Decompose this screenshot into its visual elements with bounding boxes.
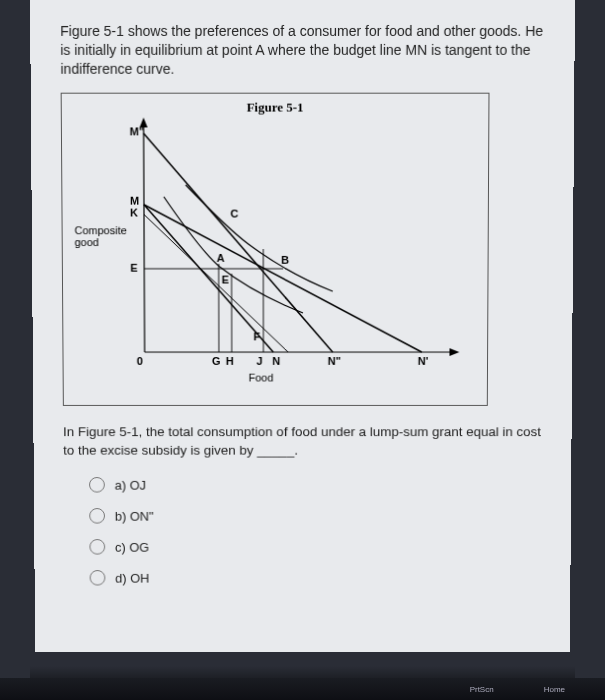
question-text: In Figure 5-1, the total consumption of … — [63, 423, 542, 460]
figure-container: Figure 5-1 — [61, 92, 490, 405]
option-b-label: b) ON" — [115, 509, 154, 524]
page-shadow — [30, 666, 575, 678]
option-c-label: c) OG — [115, 540, 149, 555]
keyboard-strip: PrtScn Home — [0, 678, 605, 700]
label-B: B — [281, 254, 289, 266]
option-d[interactable]: d) OH — [90, 570, 541, 585]
option-a-label: a) OJ — [115, 478, 146, 493]
option-c[interactable]: c) OG — [89, 540, 541, 555]
svg-marker-3 — [449, 348, 459, 356]
svg-line-0 — [144, 125, 145, 352]
label-K: K — [130, 206, 138, 218]
x-axis-label: Food — [249, 371, 274, 383]
label-N-dprime: N' — [418, 355, 428, 367]
key-home: Home — [544, 685, 565, 694]
figure-diagram: M" M K C E A E B F 0 G H J N N" N' Compo… — [74, 115, 473, 391]
label-G: G — [212, 355, 221, 367]
label-C: C — [230, 207, 238, 219]
label-M-prime: M" — [130, 125, 144, 137]
intro-text: Figure 5-1 shows the preferences of a co… — [60, 22, 545, 78]
radio-icon — [90, 570, 106, 585]
document-page: Figure 5-1 shows the preferences of a co… — [30, 0, 575, 652]
options-group: a) OJ b) ON" c) OG d) OH — [63, 477, 541, 585]
diagram-svg — [74, 115, 473, 391]
label-E-sub: E — [222, 273, 229, 285]
radio-icon — [89, 509, 105, 525]
label-N: N — [272, 355, 280, 367]
label-A: A — [217, 252, 225, 264]
option-b[interactable]: b) ON" — [89, 509, 541, 525]
label-M: M — [130, 194, 139, 206]
key-prtscn: PrtScn — [470, 685, 494, 694]
svg-line-7 — [144, 214, 288, 352]
figure-title: Figure 5-1 — [247, 99, 304, 115]
label-J: J — [256, 355, 262, 367]
label-origin: 0 — [137, 355, 143, 367]
svg-line-5 — [144, 133, 333, 352]
radio-icon — [89, 477, 105, 493]
y-axis-label: Composite good — [74, 224, 134, 248]
option-a[interactable]: a) OJ — [89, 477, 542, 493]
label-E: E — [130, 262, 137, 274]
label-F: F — [253, 330, 260, 342]
label-N-prime: N" — [328, 355, 341, 367]
radio-icon — [89, 540, 105, 555]
option-d-label: d) OH — [115, 571, 149, 585]
label-H: H — [226, 355, 234, 367]
